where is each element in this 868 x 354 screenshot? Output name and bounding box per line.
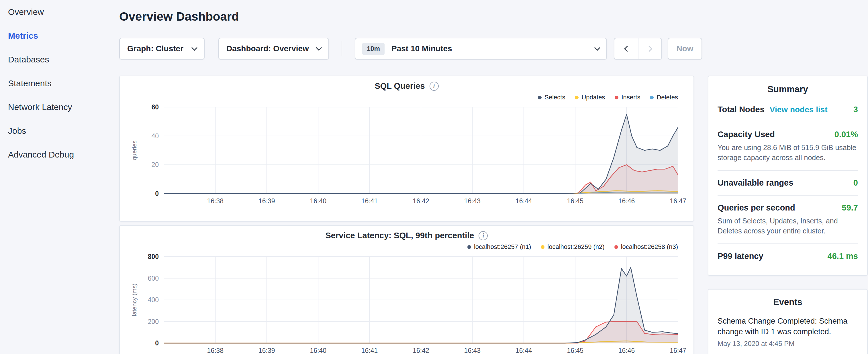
- sidebar-item-network-latency[interactable]: Network Latency: [0, 95, 119, 119]
- time-step-back-button[interactable]: [614, 38, 638, 59]
- sidebar-item-advanced-debug[interactable]: Advanced Debug: [0, 142, 119, 166]
- graph-scope-dropdown[interactable]: Graph: Cluster: [119, 38, 205, 60]
- svg-text:16:45: 16:45: [567, 347, 584, 354]
- sql-queries-panel: SQL Queries i SelectsUpdatesInsertsDelet…: [119, 75, 694, 222]
- time-range-label: Past 10 Minutes: [392, 44, 452, 53]
- time-step-buttons: [614, 38, 662, 60]
- summary-row: Capacity Used0.01%You are using 28.6 MiB…: [718, 122, 858, 170]
- now-button-label: Now: [676, 44, 693, 53]
- legend-item: localhost:26257 (n1): [467, 243, 531, 251]
- legend-item: Inserts: [615, 94, 640, 101]
- svg-text:16:47: 16:47: [670, 197, 686, 205]
- chart-header: Service Latency: SQL, 99th percentile i: [127, 226, 687, 242]
- service-latency-panel: Service Latency: SQL, 99th percentile i …: [119, 225, 694, 354]
- svg-text:16:42: 16:42: [413, 347, 429, 354]
- info-glyph: i: [433, 83, 435, 89]
- sidebar-item-metrics[interactable]: Metrics: [0, 24, 119, 47]
- summary-metric-value: 46.1 ms: [828, 252, 858, 261]
- legend-dot-icon: [575, 96, 579, 99]
- summary-metric-description: Sum of Selects, Updates, Inserts, and De…: [718, 216, 858, 236]
- summary-metric-label: Capacity Used: [718, 130, 775, 139]
- events-list: Schema Change Completed: Schema change w…: [718, 316, 858, 348]
- svg-text:16:43: 16:43: [464, 347, 481, 354]
- summary-title: Summary: [718, 84, 858, 95]
- charts-column: SQL Queries i SelectsUpdatesInsertsDelet…: [119, 75, 694, 354]
- info-glyph: i: [483, 232, 484, 239]
- summary-metric-description: You are using 28.6 MiB of 515.9 GiB usab…: [718, 142, 858, 163]
- sidebar-item-overview[interactable]: Overview: [0, 0, 119, 24]
- summary-row: Unavailable ranges0: [718, 170, 858, 195]
- svg-text:queries: queries: [131, 141, 137, 160]
- svg-text:60: 60: [151, 104, 159, 111]
- dashboard-label: Dashboard: Overview: [226, 44, 309, 53]
- time-step-forward-button[interactable]: [638, 38, 661, 59]
- graph-scope-label: Graph: Cluster: [127, 44, 183, 53]
- chevron-down-icon: [316, 44, 322, 51]
- svg-text:16:38: 16:38: [207, 347, 224, 354]
- summary-row: P99 latency46.1 ms: [718, 244, 858, 268]
- summary-metric-label: Unavailable ranges: [718, 178, 793, 188]
- legend-label: Deletes: [656, 94, 678, 101]
- svg-text:16:46: 16:46: [618, 197, 635, 205]
- sidebar-item-databases[interactable]: Databases: [0, 47, 119, 71]
- event-timestamp: May 13, 2020 at 4:45 PM: [718, 340, 858, 348]
- sidebar-item-statements[interactable]: Statements: [0, 71, 119, 95]
- service-latency-chart[interactable]: 16:3816:3916:4016:4116:4216:4316:4416:45…: [127, 254, 687, 354]
- summary-metric-value: 0: [854, 178, 858, 188]
- legend-item: localhost:26258 (n3): [614, 243, 678, 251]
- svg-text:latency (ms): latency (ms): [131, 284, 137, 316]
- now-button[interactable]: Now: [668, 38, 702, 60]
- page-title: Overview Dashboard: [119, 9, 868, 24]
- svg-text:16:40: 16:40: [310, 347, 327, 354]
- legend-dot-icon: [650, 96, 654, 99]
- toolbar: Graph: Cluster Dashboard: Overview 10m P…: [119, 38, 868, 60]
- svg-text:16:44: 16:44: [516, 197, 532, 205]
- svg-text:800: 800: [148, 254, 159, 260]
- summary-metric-label: Queries per second: [718, 203, 795, 213]
- legend-label: Updates: [582, 94, 605, 101]
- svg-text:16:42: 16:42: [413, 197, 429, 205]
- svg-text:16:43: 16:43: [464, 197, 481, 205]
- summary-panel: Summary Total NodesView nodes list3Capac…: [708, 75, 868, 276]
- chart-legend: localhost:26257 (n1)localhost:26259 (n2)…: [127, 243, 687, 251]
- time-range-badge: 10m: [362, 43, 384, 55]
- legend-item: Updates: [575, 94, 605, 101]
- svg-text:200: 200: [148, 318, 159, 325]
- legend-label: Inserts: [621, 94, 640, 101]
- svg-text:600: 600: [148, 275, 159, 282]
- left-sidebar-nav: OverviewMetricsDatabasesStatementsNetwor…: [0, 0, 119, 354]
- chevron-right-icon: [646, 45, 652, 52]
- view-nodes-list-link[interactable]: View nodes list: [770, 105, 828, 114]
- svg-text:16:41: 16:41: [361, 197, 378, 205]
- sidebar-item-jobs[interactable]: Jobs: [0, 119, 119, 142]
- time-range-picker[interactable]: 10m Past 10 Minutes: [355, 38, 607, 60]
- svg-text:40: 40: [151, 132, 159, 140]
- events-panel: Events Schema Change Completed: Schema c…: [708, 289, 868, 354]
- legend-dot-icon: [538, 96, 541, 99]
- chevron-down-icon: [594, 44, 600, 51]
- legend-label: localhost:26258 (n3): [621, 243, 678, 251]
- legend-item: localhost:26259 (n2): [541, 243, 604, 251]
- legend-label: Selects: [545, 94, 565, 101]
- chart-title: Service Latency: SQL, 99th percentile: [326, 231, 474, 240]
- legend-label: localhost:26259 (n2): [547, 243, 604, 251]
- svg-text:16:41: 16:41: [361, 347, 378, 354]
- event-text: Schema Change Completed: Schema change w…: [718, 316, 858, 337]
- summary-row: Queries per second59.7Sum of Selects, Up…: [718, 195, 858, 244]
- legend-dot-icon: [614, 245, 618, 249]
- app-root: OverviewMetricsDatabasesStatementsNetwor…: [0, 0, 868, 354]
- chevron-left-icon: [624, 45, 630, 52]
- svg-text:16:40: 16:40: [310, 197, 327, 205]
- info-icon[interactable]: i: [430, 82, 439, 91]
- sql-queries-chart[interactable]: 16:3816:3916:4016:4116:4216:4316:4416:45…: [127, 104, 687, 207]
- summary-metric-label: P99 latency: [718, 252, 764, 261]
- svg-text:20: 20: [151, 161, 159, 168]
- toolbar-divider: [342, 41, 342, 57]
- main-content: Overview Dashboard Graph: Cluster Dashbo…: [119, 0, 868, 354]
- chart-title: SQL Queries: [375, 81, 425, 91]
- content-row: SQL Queries i SelectsUpdatesInsertsDelet…: [119, 75, 868, 354]
- svg-text:16:46: 16:46: [618, 347, 635, 354]
- summary-metric-value: 0.01%: [834, 130, 858, 139]
- dashboard-dropdown[interactable]: Dashboard: Overview: [218, 38, 329, 60]
- info-icon[interactable]: i: [478, 231, 488, 240]
